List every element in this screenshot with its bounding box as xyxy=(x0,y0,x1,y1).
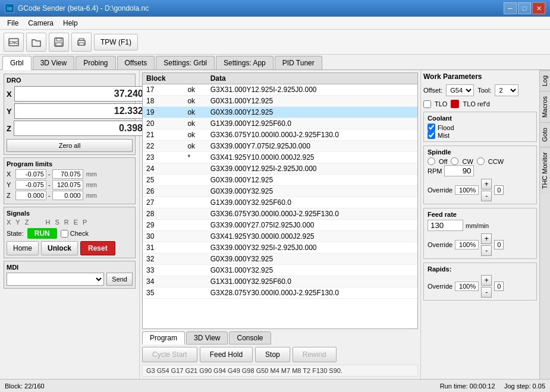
limits-z-label: Z xyxy=(7,192,14,199)
table-row[interactable]: 28G3X36.075Y30.000I0.000J-2.925F130.0 xyxy=(143,208,417,220)
feed-rate-input[interactable] xyxy=(428,220,463,231)
reset-button[interactable]: Reset xyxy=(80,241,115,255)
svg-text:CNC: CNC xyxy=(9,40,18,45)
toolbar-btn-print[interactable] xyxy=(71,33,92,52)
spindle-ccw-radio[interactable] xyxy=(477,157,485,165)
table-row[interactable]: 17okG3X31.000Y12.925I-2.925J0.000 xyxy=(143,84,417,96)
table-row[interactable]: 25G0X39.000Y12.925 xyxy=(143,175,417,186)
close-button[interactable]: ✕ xyxy=(532,2,545,14)
svg-rect-4 xyxy=(56,43,62,46)
mdi-send-button[interactable]: Send xyxy=(106,273,133,286)
table-row[interactable]: 29G3X39.000Y27.075I2.925J0.000 xyxy=(143,220,417,231)
table-row[interactable]: 21okG3X36.075Y10.000I0.000J-2.925F130.0 xyxy=(143,129,417,141)
table-row[interactable]: 26G0X39.000Y32.925 xyxy=(143,186,417,197)
menu-help[interactable]: Help xyxy=(58,18,83,29)
toolbar-btn-open[interactable] xyxy=(26,33,46,52)
dro-y-value[interactable] xyxy=(14,103,147,119)
toolbar-btn-1[interactable]: CNC xyxy=(4,33,24,52)
tlo-checkbox[interactable] xyxy=(423,100,431,108)
rapids-minus-button[interactable]: - xyxy=(481,287,492,298)
cell-block: 35 xyxy=(143,287,184,299)
menu-camera[interactable]: Camera xyxy=(23,18,58,29)
offset-select[interactable]: G54G55G56 xyxy=(446,84,474,96)
feed-minus-button[interactable]: - xyxy=(481,245,492,256)
table-row[interactable]: 27G1X39.000Y32.925F60.0 xyxy=(143,197,417,208)
mdi-input[interactable] xyxy=(7,273,104,286)
mist-checkbox[interactable] xyxy=(428,131,435,139)
menu-file[interactable]: File xyxy=(2,18,23,29)
dro-z-value[interactable] xyxy=(14,121,147,136)
stop-button[interactable]: Stop xyxy=(255,347,290,362)
rapids-zero-button[interactable]: 0 xyxy=(494,282,504,291)
limits-x-max xyxy=(52,169,83,179)
table-scroll[interactable]: Block Data 17okG3X31.000Y12.925I-2.925J0… xyxy=(143,73,417,299)
table-row[interactable]: 19okG0X39.000Y12.925 xyxy=(143,107,417,118)
cell-block: 21 xyxy=(143,129,184,141)
tab-settings-app[interactable]: Settings: App xyxy=(216,56,274,69)
rpm-row: RPM xyxy=(428,165,533,176)
mdi-section: MDI Send xyxy=(4,261,136,289)
tab-settings-grbl[interactable]: Settings: Grbl xyxy=(156,56,215,69)
toolbar: CNC TPW (F1) xyxy=(0,30,550,55)
signal-e-label: E xyxy=(74,219,78,226)
minimize-button[interactable]: ─ xyxy=(504,2,517,14)
table-row[interactable]: 24G3X39.000Y12.925I-2.925J0.000 xyxy=(143,163,417,175)
tab-3dview[interactable]: 3D View xyxy=(33,56,74,69)
cell-status: ok xyxy=(184,118,206,129)
inner-tab-3dview[interactable]: 3D View xyxy=(186,331,228,344)
side-tab-log[interactable]: Log xyxy=(540,70,550,91)
side-tab-macros[interactable]: Macros xyxy=(540,91,550,122)
inner-tab-console[interactable]: Console xyxy=(229,331,271,344)
zero-all-button[interactable]: Zero all xyxy=(7,139,133,152)
side-tab-thc[interactable]: THC Monitor xyxy=(540,147,550,194)
table-row[interactable]: 22okG3X39.000Y7.075I2.925J0.000 xyxy=(143,141,417,152)
tab-offsets[interactable]: Offsets xyxy=(117,56,155,69)
spindle-cw-radio[interactable] xyxy=(451,157,458,165)
rewind-button[interactable]: Rewind xyxy=(293,347,337,362)
tab-probing[interactable]: Probing xyxy=(76,56,115,69)
feed-hold-button[interactable]: Feed Hold xyxy=(200,347,253,362)
cell-data: G1X31.000Y32.925F60.0 xyxy=(207,276,417,287)
mdi-title: MDI xyxy=(7,264,133,271)
toolbar-btn-save[interactable] xyxy=(49,33,69,52)
rapids-plus-button[interactable]: + xyxy=(481,275,492,286)
table-row[interactable]: 33G0X31.000Y32.925 xyxy=(143,265,417,276)
table-row[interactable]: 23*G3X41.925Y10.000I0.000J2.925 xyxy=(143,152,417,163)
home-button[interactable]: Home xyxy=(7,241,39,255)
cell-status xyxy=(184,208,206,220)
table-row[interactable]: 30G3X41.925Y30.000I0.000J2.925 xyxy=(143,231,417,242)
tpw-button[interactable]: TPW (F1) xyxy=(94,34,138,50)
side-tab-goto[interactable]: Goto xyxy=(540,122,550,147)
flood-label: Flood xyxy=(438,124,454,131)
title-bar: io GCode Sender (beta-6.4) - D:\gondola.… xyxy=(0,0,550,17)
signal-y-label: Y xyxy=(15,219,20,226)
tab-pid-tuner[interactable]: PID Tuner xyxy=(275,56,322,69)
spindle-minus-button[interactable]: - xyxy=(481,191,492,201)
rpm-input[interactable] xyxy=(444,165,474,176)
table-row[interactable]: 32G0X39.000Y32.925 xyxy=(143,254,417,265)
spindle-zero-button[interactable]: 0 xyxy=(494,185,504,195)
spindle-radios: Off CW CCW xyxy=(428,157,533,165)
table-row[interactable]: 31G3X39.000Y32.925I-2.925J0.000 xyxy=(143,242,417,254)
table-row[interactable]: 35G3X28.075Y30.000I0.000J-2.925F130.0 xyxy=(143,287,417,299)
feed-zero-button[interactable]: 0 xyxy=(494,240,504,249)
inner-tab-program[interactable]: Program xyxy=(142,331,185,344)
cycle-start-button[interactable]: Cycle Start xyxy=(142,347,197,362)
table-row[interactable]: 20okG1X39.000Y12.925F60.0 xyxy=(143,118,417,129)
tool-select[interactable]: 213 xyxy=(495,84,518,96)
main-content: DRO X 0 Y 0 Z 0 Zero all Program limits xyxy=(0,70,550,379)
table-row[interactable]: 34G1X31.000Y32.925F60.0 xyxy=(143,276,417,287)
spindle-off-radio[interactable] xyxy=(428,157,435,165)
limits-row-y: Y - mm xyxy=(7,180,133,189)
tool-label: Tool: xyxy=(477,87,491,94)
cell-block: 24 xyxy=(143,163,184,175)
maximize-button[interactable]: □ xyxy=(518,2,531,14)
spindle-plus-button[interactable]: + xyxy=(481,179,492,189)
feed-plus-button[interactable]: + xyxy=(481,233,492,244)
check-checkbox[interactable] xyxy=(61,230,68,238)
dro-x-value[interactable] xyxy=(14,86,147,102)
table-row[interactable]: 18okG0X31.000Y12.925 xyxy=(143,96,417,107)
unlock-button[interactable]: Unlock xyxy=(41,241,78,255)
flood-checkbox[interactable] xyxy=(428,124,435,131)
tab-grbl[interactable]: Grbl xyxy=(2,56,32,70)
